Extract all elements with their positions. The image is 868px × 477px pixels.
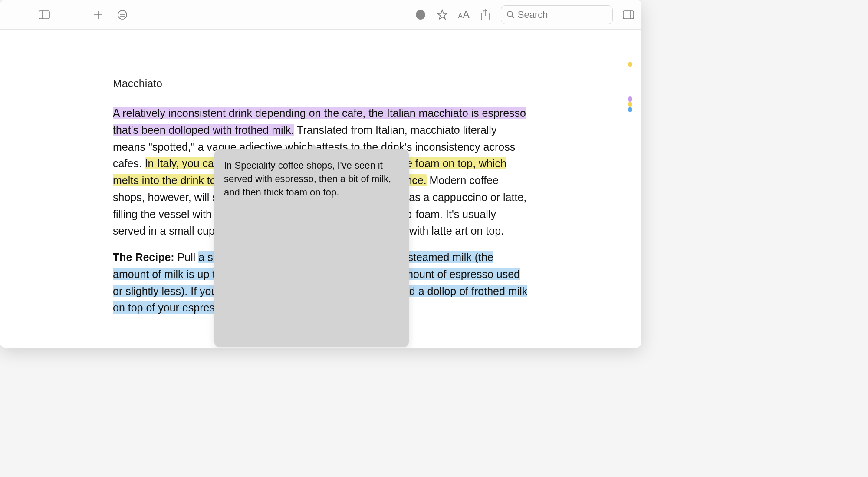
favorite-button[interactable]	[436, 9, 448, 21]
toolbar-divider	[185, 7, 185, 22]
status-dot-icon	[416, 10, 425, 20]
search-icon	[506, 10, 514, 19]
edit-status-button[interactable]	[414, 9, 427, 21]
sidebar-icon	[39, 10, 50, 19]
text-small-a-icon: A	[458, 12, 463, 20]
svg-point-11	[507, 11, 513, 17]
share-button[interactable]	[479, 9, 491, 21]
toolbar: AA	[0, 0, 641, 30]
search-field[interactable]	[501, 5, 613, 24]
list-icon	[117, 10, 128, 20]
list-button[interactable]	[116, 9, 128, 21]
margin-mark-yellow[interactable]	[628, 102, 632, 107]
margin-mark-purple[interactable]	[628, 96, 632, 102]
panel-right-icon	[623, 10, 634, 19]
svg-marker-8	[437, 10, 447, 19]
star-icon	[437, 9, 448, 20]
note-popover[interactable]: In Speciality coffee shops, I've seen it…	[214, 149, 409, 347]
plus-icon	[93, 10, 103, 20]
svg-rect-13	[623, 11, 634, 19]
margin-mark-yellow[interactable]	[628, 62, 632, 67]
toggle-sidebar-button[interactable]	[38, 9, 50, 21]
new-entry-button[interactable]	[92, 9, 104, 21]
search-input[interactable]	[518, 9, 607, 20]
svg-rect-0	[39, 11, 49, 19]
app-window: AA Macchiato A relatively i	[0, 0, 641, 348]
doc-title: Macchiato	[113, 77, 529, 90]
text-span: Pull	[174, 251, 199, 263]
margin-mark-blue[interactable]	[628, 107, 632, 112]
recipe-label: The Recipe:	[113, 251, 174, 263]
svg-line-12	[512, 16, 514, 18]
share-icon	[480, 9, 490, 21]
note-text: In Speciality coffee shops, I've seen it…	[224, 159, 399, 199]
text-size-button[interactable]: AA	[458, 9, 470, 21]
toggle-inspector-button[interactable]	[622, 9, 635, 21]
text-large-a-icon: A	[463, 9, 470, 21]
